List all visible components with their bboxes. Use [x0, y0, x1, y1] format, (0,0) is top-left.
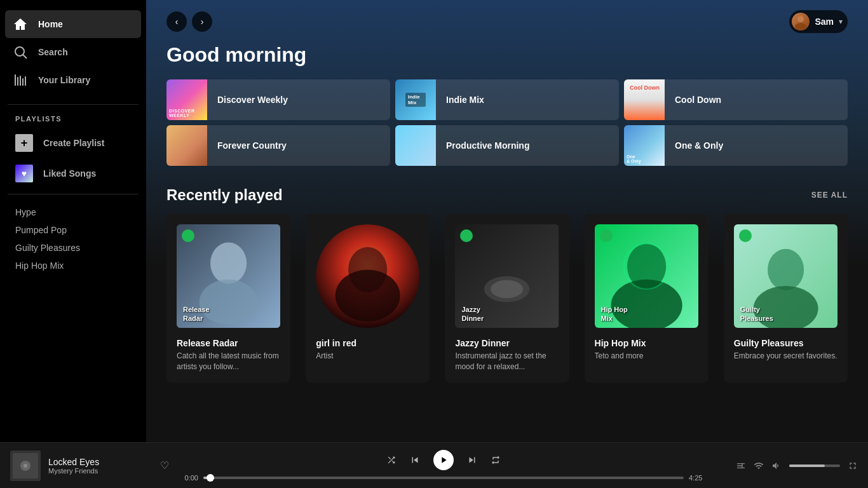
- sidebar-item-library[interactable]: Your Library: [5, 66, 141, 94]
- sidebar-nav: Home Search: [0, 0, 146, 99]
- now-playing-info: Locked Eyes Mystery Friends: [48, 457, 153, 475]
- svg-point-15: [336, 269, 400, 322]
- create-playlist-button[interactable]: + Create Playlist: [0, 128, 146, 158]
- card-sub-jazz: Instrumental jazz to set the mood for a …: [455, 351, 559, 372]
- svg-line-1: [23, 55, 27, 58]
- card-jazzy-dinner[interactable]: JazzyDinner Jazzy Dinner Instrumental ja…: [445, 214, 569, 383]
- home-icon: [13, 17, 28, 32]
- progress-track[interactable]: [203, 477, 684, 479]
- devices-button[interactable]: [754, 461, 764, 471]
- sidebar-label-search: Search: [38, 47, 68, 57]
- quick-thumb-productive: [395, 125, 436, 166]
- card-thumb-hiphop: Hip HopMix: [595, 224, 698, 328]
- greeting: Good morning: [166, 43, 848, 67]
- play-button[interactable]: [433, 450, 454, 470]
- svg-rect-4: [20, 76, 21, 86]
- shuffle-button[interactable]: [386, 455, 397, 465]
- card-title-radar: Release Radar: [177, 338, 280, 348]
- svg-rect-5: [22, 78, 24, 86]
- svg-point-18: [491, 280, 523, 299]
- progress-bar: 0:00 4:25: [179, 474, 708, 482]
- playlist-list: Hype Pumped Pop Guilty Pleasures Hip Hop…: [0, 200, 146, 278]
- quick-item-cool-down[interactable]: Cool Down Cool Down: [624, 79, 848, 120]
- back-button[interactable]: ‹: [166, 11, 187, 32]
- quick-item-indie-mix[interactable]: Indie Mix Indie Mix: [395, 79, 619, 120]
- quick-thumb-oneonly: One& Only: [624, 125, 665, 166]
- create-playlist-label: Create Playlist: [43, 138, 105, 148]
- topbar: ‹ › Sam ▾: [146, 0, 868, 43]
- playlists-label: PLAYLISTS: [0, 110, 146, 128]
- user-name: Sam: [815, 17, 834, 27]
- sidebar-divider: [8, 104, 139, 105]
- heart-icon: ♥: [15, 165, 33, 182]
- nav-buttons: ‹ ›: [166, 11, 212, 32]
- card-title-guilty: Guilty Pleasures: [734, 338, 837, 348]
- svg-point-7: [797, 16, 804, 22]
- player-right: [718, 461, 858, 471]
- card-guilty-pleasures[interactable]: GuiltyPleasures Guilty Pleasures Embrace…: [724, 214, 848, 383]
- svg-rect-6: [25, 76, 26, 86]
- main-content: ‹ › Sam ▾ Good morning: [146, 0, 868, 442]
- search-icon: [13, 44, 28, 60]
- lyrics-button[interactable]: [736, 461, 746, 471]
- sidebar-item-search[interactable]: Search: [5, 38, 141, 66]
- time-current: 0:00: [179, 474, 198, 482]
- card-hip-hop-mix[interactable]: Hip HopMix Hip Hop Mix Teto and more: [585, 214, 709, 383]
- avatar: [792, 13, 810, 30]
- quick-item-productive-morning[interactable]: Productive Morning: [395, 125, 619, 166]
- like-button[interactable]: ♡: [160, 459, 169, 471]
- see-all-button[interactable]: SEE ALL: [811, 191, 848, 200]
- quick-item-forever-country[interactable]: Forever Country: [166, 125, 390, 166]
- now-playing-thumb: [10, 451, 41, 481]
- svg-point-10: [210, 243, 247, 284]
- volume-bar[interactable]: [789, 464, 840, 467]
- spotify-badge-radar: [182, 229, 194, 242]
- progress-dot: [207, 474, 214, 482]
- radar-label: ReleaseRadar: [183, 305, 275, 323]
- jazz-label: JazzyDinner: [461, 305, 553, 323]
- quick-item-one-only[interactable]: One& Only One & Only: [624, 125, 848, 166]
- next-button[interactable]: [466, 454, 478, 466]
- card-sub-radar: Catch all the latest music from artists …: [177, 351, 280, 372]
- user-menu[interactable]: Sam ▾: [789, 10, 848, 33]
- liked-songs-label: Liked Songs: [43, 168, 96, 179]
- sidebar-item-home[interactable]: Home: [5, 10, 141, 38]
- recently-played-title: Recently played: [166, 186, 283, 204]
- card-title-jazz: Jazzy Dinner: [455, 338, 559, 348]
- card-girl-in-red[interactable]: girl in red Artist: [306, 214, 430, 383]
- liked-songs-button[interactable]: ♥ Liked Songs: [0, 158, 146, 189]
- card-sub-girl: Artist: [316, 351, 419, 362]
- player-bar: Locked Eyes Mystery Friends ♡: [0, 442, 868, 488]
- quick-label-discover: Discover Weekly: [217, 95, 288, 105]
- volume-fill: [789, 464, 825, 467]
- quick-label-indie: Indie Mix: [446, 95, 484, 105]
- sidebar-item-pumped-pop[interactable]: Pumped Pop: [15, 222, 131, 238]
- quick-item-discover-weekly[interactable]: DiscoverWeekly Discover Weekly: [166, 79, 390, 120]
- repeat-button[interactable]: [491, 455, 501, 465]
- sidebar-label-home: Home: [38, 19, 63, 29]
- svg-point-29: [24, 464, 27, 468]
- svg-point-0: [15, 47, 24, 56]
- fullscreen-button[interactable]: [848, 461, 858, 471]
- card-title-girl: girl in red: [316, 338, 419, 348]
- forward-button[interactable]: ›: [192, 11, 212, 32]
- sidebar-item-hype[interactable]: Hype: [15, 205, 131, 220]
- volume-button[interactable]: [771, 461, 782, 471]
- player-controls: 0:00 4:25: [179, 450, 708, 482]
- controls-buttons: [386, 450, 501, 470]
- previous-button[interactable]: [409, 454, 421, 466]
- card-thumb-girl: [316, 224, 419, 328]
- spotify-badge-guilty: [739, 229, 752, 242]
- content-body: Good morning DiscoverWeekly Discover Wee…: [146, 43, 868, 403]
- quick-thumb-cooldown: Cool Down: [624, 79, 665, 120]
- sidebar-label-library: Your Library: [38, 75, 90, 85]
- quick-thumb-forever: [166, 125, 207, 166]
- svg-rect-2: [15, 74, 16, 86]
- card-release-radar[interactable]: ReleaseRadar Release Radar Catch all the…: [166, 214, 290, 383]
- sidebar-item-hip-hop-mix[interactable]: Hip Hop Mix: [15, 258, 131, 273]
- card-sub-guilty: Embrace your secret favorites.: [734, 351, 837, 362]
- track-artist: Mystery Friends: [48, 467, 153, 475]
- sidebar-item-guilty-pleasures[interactable]: Guilty Pleasures: [15, 240, 131, 255]
- card-thumb-jazz: JazzyDinner: [455, 224, 559, 328]
- sidebar: Home Search: [0, 0, 146, 442]
